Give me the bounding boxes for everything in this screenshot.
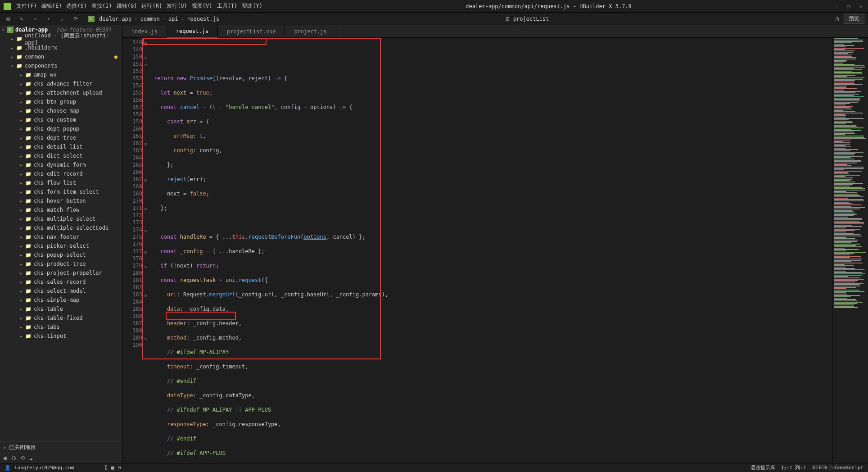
menu-select[interactable]: 选择(S): [64, 1, 89, 11]
tree-item[interactable]: ▾components: [0, 61, 122, 70]
tree-item[interactable]: ▸cks-hover-button: [0, 196, 122, 205]
new-icon[interactable]: ▣: [4, 455, 7, 461]
minimap[interactable]: [832, 38, 868, 463]
tree-item[interactable]: ▸cks-nav-footer: [0, 232, 122, 241]
tree-item[interactable]: ▸cks-flow-list: [0, 178, 122, 187]
breadcrumb: U dealer-app › common › api › request.js: [88, 16, 219, 22]
terminal-icon[interactable]: ⌷: [104, 465, 108, 471]
tree-item[interactable]: ▸cks-cu-custom: [0, 115, 122, 124]
window-title: dealer-app/common/api/request.js - HBuil…: [264, 3, 833, 9]
project-icon: U: [88, 16, 95, 22]
statusbar: 👤 longfeiyu1029@qq.com ⌷ ▦ ⊟ 语法提示库 行:1 列…: [0, 463, 868, 472]
tree-item[interactable]: ▸cks-table-fixed: [0, 313, 122, 322]
tree-item[interactable]: ▸cks-popup-select: [0, 250, 122, 259]
user-account[interactable]: longfeiyu1029@qq.com: [14, 465, 74, 471]
sidebar-toggle-icon[interactable]: ▤: [4, 14, 13, 23]
tree-item[interactable]: ▸cks-edit-record: [0, 169, 122, 178]
close-icon[interactable]: ✕: [858, 3, 864, 9]
tree-item[interactable]: ▸cks-dynamic-form: [0, 160, 122, 169]
project-icon: U: [7, 27, 14, 33]
tree-item[interactable]: ▸cks-dept-tree: [0, 133, 122, 142]
breadcrumb-folder2[interactable]: api: [168, 16, 178, 22]
syntax-hint[interactable]: 语法提示库: [750, 464, 775, 471]
maximize-icon[interactable]: ❐: [845, 3, 852, 9]
tab-project[interactable]: project.js: [285, 25, 336, 37]
titlebar: 文件(F) 编辑(E) 选择(S) 查找(I) 跳转(G) 运行(R) 发行(U…: [0, 0, 868, 13]
main-menu[interactable]: 文件(F) 编辑(E) 选择(S) 查找(I) 跳转(G) 运行(R) 发行(U…: [14, 1, 264, 11]
tab-request[interactable]: request.js: [167, 25, 218, 37]
tree-item[interactable]: ▸cks-dept-popup: [0, 124, 122, 133]
user-icon: 👤: [5, 465, 11, 471]
watermark: CSDN @wlonako: [812, 464, 854, 470]
sync-icon[interactable]: ⟲: [20, 455, 25, 461]
tree-item[interactable]: ▸cks-dict-select: [0, 151, 122, 160]
tree-item[interactable]: ▸cks-picker-select: [0, 241, 122, 250]
tree-item[interactable]: ▸cks-detail-list: [0, 142, 122, 151]
nav-back-icon[interactable]: ‹: [31, 14, 40, 23]
breadcrumb-file[interactable]: request.js: [187, 16, 219, 22]
tree-item[interactable]: ▸uniCloud - [阿里云:shunzhi-app]: [0, 34, 122, 43]
menu-file[interactable]: 文件(F): [14, 1, 39, 11]
tree-item[interactable]: ▸amap-wx: [0, 70, 122, 79]
tree-item[interactable]: ▸common●: [0, 52, 122, 61]
filter-icon[interactable]: ⫛: [835, 16, 840, 22]
minimize-icon[interactable]: ─: [833, 3, 840, 9]
menu-tools[interactable]: 工具(T): [215, 1, 240, 11]
menu-edit[interactable]: 编辑(E): [40, 1, 64, 11]
preview-button[interactable]: 预览: [844, 14, 864, 24]
tree-item[interactable]: ▸cks-simple-map: [0, 295, 122, 304]
highlight-box-reject: [166, 312, 236, 320]
tree-item[interactable]: ▸cks-match-flow: [0, 205, 122, 214]
tree-item[interactable]: ▸cks-multiple-selectCode: [0, 223, 122, 232]
highlight-box-promise: [143, 38, 267, 45]
tree-item[interactable]: ▸cks-btn-group: [0, 97, 122, 106]
project-list-label[interactable]: projectList: [513, 16, 549, 22]
code-editor[interactable]: 148⊟149150⊟151⊟1521531541551561571581591…: [122, 38, 868, 463]
tree-item[interactable]: ▸cks-tabs: [0, 322, 122, 331]
line-numbers: 148⊟149150⊟151⊟1521531541551561571581591…: [122, 38, 146, 463]
document-icon: 🗎: [505, 16, 511, 22]
settings-icon[interactable]: ⌬: [11, 455, 16, 461]
toolbar: ▤ ✎ ‹ › ☆ ⟳ U dealer-app › common › api …: [0, 13, 868, 25]
refresh-icon[interactable]: ⟳: [71, 14, 80, 23]
problems-icon[interactable]: ⊟: [118, 465, 121, 471]
tree-item[interactable]: ▸cks-form-item-select: [0, 187, 122, 196]
menu-help[interactable]: 帮助(Y): [240, 1, 264, 11]
menu-release[interactable]: 发行(U): [165, 1, 189, 11]
menu-goto[interactable]: 跳转(G): [115, 1, 139, 11]
new-file-icon[interactable]: ✎: [17, 14, 26, 23]
file-explorer[interactable]: ▾ U dealer-app - [cw-feature-0530] ▸uniC…: [0, 25, 122, 463]
tree-item[interactable]: ▸cks-tinput: [0, 331, 122, 340]
closed-projects[interactable]: ▸ 已关闭项目: [0, 442, 122, 453]
tree-item[interactable]: ▸cks-choose-map: [0, 106, 122, 115]
app-logo: [4, 3, 11, 10]
tree-item[interactable]: ▸cks-select-model: [0, 286, 122, 295]
cloud-icon[interactable]: ☁: [29, 455, 32, 461]
menu-run[interactable]: 运行(R): [140, 1, 164, 11]
breadcrumb-folder1[interactable]: common: [140, 16, 159, 22]
nav-forward-icon[interactable]: ›: [44, 14, 53, 23]
tree-item[interactable]: ▸cks-multiple-select: [0, 214, 122, 223]
editor-tabs[interactable]: index.js request.js projectList.vue proj…: [122, 25, 868, 38]
tab-projectlist[interactable]: projectList.vue: [218, 25, 285, 37]
menu-find[interactable]: 查找(I): [90, 1, 114, 11]
tree-item[interactable]: ▸cks-project-propeller: [0, 268, 122, 277]
tree-item[interactable]: ▸cks-attachment-upload: [0, 88, 122, 97]
tree-item[interactable]: ▸cks-advance-filter: [0, 79, 122, 88]
tab-index[interactable]: index.js: [122, 25, 167, 37]
code-content[interactable]: return new Promise((resolve, reject) => …: [146, 38, 832, 463]
menu-view[interactable]: 视图(V): [190, 1, 214, 11]
output-icon[interactable]: ▦: [111, 465, 114, 471]
favorite-icon[interactable]: ☆: [58, 14, 67, 23]
breadcrumb-project[interactable]: dealer-app: [99, 16, 131, 22]
cursor-position[interactable]: 行:1 列:1: [782, 464, 806, 471]
tree-item[interactable]: ▸cks-product-tree: [0, 259, 122, 268]
tree-item[interactable]: ▸cks-sales-record: [0, 277, 122, 286]
tree-item[interactable]: ▸cks-table: [0, 304, 122, 313]
